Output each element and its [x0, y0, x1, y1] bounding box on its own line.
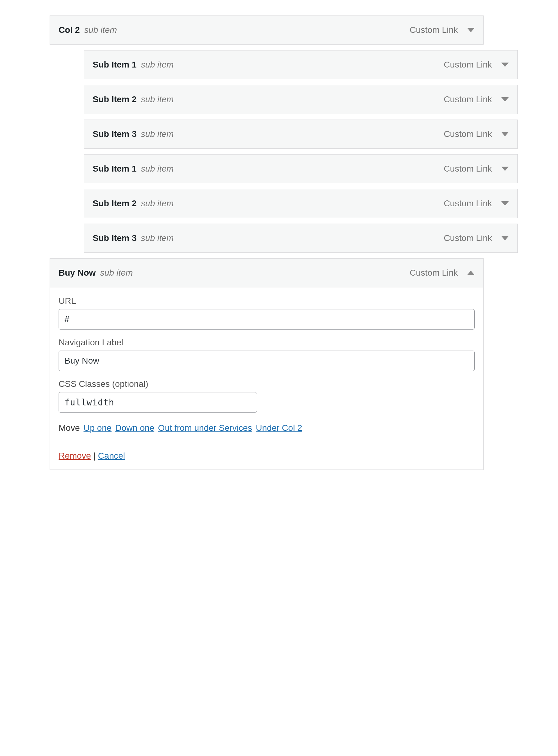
url-field-block: URL: [58, 296, 475, 329]
navigation-label-field-block: Navigation Label: [58, 338, 475, 371]
chevron-down-icon[interactable]: [501, 97, 509, 102]
menu-item-controls: Custom Link: [443, 164, 509, 174]
chevron-down-icon[interactable]: [501, 167, 509, 171]
move-out-from-under-link[interactable]: Out from under Services: [158, 421, 252, 435]
menu-item-title: Sub Item 3: [93, 129, 137, 139]
menu-item-title: Sub Item 2: [93, 198, 137, 209]
menu-item-controls: Custom Link: [409, 25, 475, 35]
navigation-label-input[interactable]: [58, 351, 475, 371]
menu-item-label-group: Buy Now sub item: [58, 268, 409, 278]
menu-item-subtype: sub item: [141, 164, 174, 174]
chevron-down-icon[interactable]: [501, 132, 509, 136]
menu-item-controls: Custom Link: [443, 60, 509, 70]
menu-item-controls: Custom Link: [443, 233, 509, 243]
menu-item-controls: Custom Link: [443, 94, 509, 104]
actions-separator: |: [91, 451, 98, 461]
move-down-one-link[interactable]: Down one: [115, 421, 154, 435]
menu-item-sub-item-2[interactable]: Sub Item 2 sub item Custom Link: [84, 85, 518, 114]
menu-item-label-group: Col 2 sub item: [58, 25, 409, 35]
menu-item-buy-now-expanded: Buy Now sub item Custom Link URL Navigat…: [50, 258, 484, 470]
menu-item-col-2[interactable]: Col 2 sub item Custom Link: [50, 16, 484, 45]
menu-item-subtype: sub item: [141, 198, 174, 209]
navigation-label-field-label: Navigation Label: [58, 338, 475, 348]
menu-item-label-group: Sub Item 3 sub item: [93, 129, 443, 139]
chevron-up-icon[interactable]: [467, 271, 475, 275]
url-input[interactable]: [58, 309, 475, 329]
chevron-down-icon[interactable]: [501, 236, 509, 240]
menu-item-sub-item-2b[interactable]: Sub Item 2 sub item Custom Link: [84, 189, 518, 218]
chevron-down-icon[interactable]: [501, 62, 509, 67]
menu-item-type: Custom Link: [409, 268, 458, 278]
menu-item-settings-panel: URL Navigation Label CSS Classes (option…: [50, 288, 484, 470]
menu-item-subtype: sub item: [141, 94, 174, 104]
menu-item-sub-item-3[interactable]: Sub Item 3 sub item Custom Link: [84, 119, 518, 148]
menu-item-type: Custom Link: [443, 198, 492, 209]
menu-item-sub-item-1[interactable]: Sub Item 1 sub item Custom Link: [84, 50, 518, 79]
cancel-link[interactable]: Cancel: [98, 451, 125, 461]
menu-item-type: Custom Link: [443, 94, 492, 104]
menu-item-type: Custom Link: [443, 129, 492, 139]
menu-item-controls: Custom Link: [443, 129, 509, 139]
menu-item-sub-item-1b[interactable]: Sub Item 1 sub item Custom Link: [84, 154, 518, 183]
url-field-label: URL: [58, 296, 475, 306]
menu-item-title: Sub Item 2: [93, 94, 137, 104]
menu-item-subtype: sub item: [100, 268, 133, 278]
menu-item-label-group: Sub Item 2 sub item: [93, 198, 443, 209]
css-classes-field-block: CSS Classes (optional): [58, 379, 475, 412]
menu-item-title: Sub Item 3: [93, 233, 137, 243]
move-up-one-link[interactable]: Up one: [83, 421, 111, 435]
menu-item-type: Custom Link: [409, 25, 458, 35]
css-classes-field-label: CSS Classes (optional): [58, 379, 475, 389]
menu-item-buy-now-header[interactable]: Buy Now sub item Custom Link: [50, 258, 484, 288]
menu-item-title: Sub Item 1: [93, 60, 137, 70]
move-label: Move: [58, 421, 80, 435]
remove-link[interactable]: Remove: [58, 451, 91, 461]
css-classes-input[interactable]: [58, 392, 257, 412]
menu-item-type: Custom Link: [443, 164, 492, 174]
menu-item-type: Custom Link: [443, 60, 492, 70]
move-under-link[interactable]: Under Col 2: [256, 421, 302, 435]
menu-structure: Col 2 sub item Custom Link Sub Item 1 su…: [50, 16, 558, 470]
menu-item-sub-item-3b[interactable]: Sub Item 3 sub item Custom Link: [84, 224, 518, 253]
menu-item-title: Col 2: [58, 25, 80, 35]
menu-item-label-group: Sub Item 1 sub item: [93, 164, 443, 174]
item-actions: Remove | Cancel: [58, 451, 475, 461]
menu-item-label-group: Sub Item 1 sub item: [93, 60, 443, 70]
menu-item-title: Buy Now: [58, 268, 96, 278]
menu-item-label-group: Sub Item 3 sub item: [93, 233, 443, 243]
chevron-down-icon[interactable]: [467, 28, 475, 32]
menu-item-type: Custom Link: [443, 233, 492, 243]
menu-item-controls: Custom Link: [443, 198, 509, 209]
chevron-down-icon[interactable]: [501, 201, 509, 206]
menu-item-title: Sub Item 1: [93, 164, 137, 174]
menu-item-subtype: sub item: [141, 233, 174, 243]
menu-item-subtype: sub item: [141, 129, 174, 139]
menu-item-subtype: sub item: [84, 25, 117, 35]
menu-item-subtype: sub item: [141, 60, 174, 70]
menu-item-label-group: Sub Item 2 sub item: [93, 94, 443, 104]
menu-item-controls: Custom Link: [409, 268, 475, 278]
move-controls: Move Up one Down one Out from under Serv…: [58, 421, 475, 435]
